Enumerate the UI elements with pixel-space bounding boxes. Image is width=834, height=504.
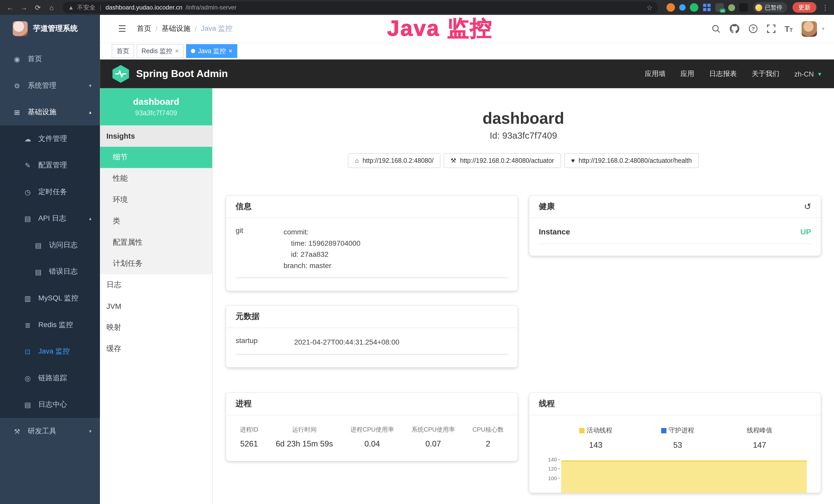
close-icon[interactable]: ×	[228, 48, 233, 54]
sidebar-item-redis-monitor[interactable]: ≣ Redis 监控	[0, 312, 100, 338]
address-bar[interactable]: ▲ 不安全 | dashboard.yudao.iocoder.cn /infr…	[63, 2, 658, 13]
grid-icon: ⊞	[13, 108, 21, 116]
sidebar-item-dev-tools[interactable]: ⚒ 研发工具 ▾	[0, 418, 100, 445]
close-icon[interactable]: ×	[175, 48, 179, 54]
service-url-link[interactable]: ⌂ http://192.168.0.2:48080/	[348, 153, 440, 168]
extension-icon[interactable]	[690, 3, 698, 12]
sba-nav-applications[interactable]: 应用	[680, 69, 694, 78]
git-commit-id: id: 27aa832	[284, 249, 508, 260]
extension-icon[interactable]	[728, 4, 735, 11]
sba-sidebar: dashboard 93a3fc7f7409 Insights 细节 性能 环境…	[100, 88, 213, 504]
search-icon[interactable]	[712, 24, 721, 33]
metric-label: CPU核心数	[473, 426, 504, 434]
legend-live-threads: 活动线程 143	[555, 426, 637, 449]
sidebar-item-scheduled-tasks[interactable]: ◷ 定时任务	[0, 179, 100, 205]
font-size-icon[interactable]: TT	[785, 25, 793, 32]
github-icon[interactable]	[730, 24, 740, 33]
extension-icon[interactable]	[666, 3, 675, 12]
sidebar-item-access-logs[interactable]: ▤ 访问日志	[0, 232, 100, 258]
sidebar-item-file-management[interactable]: ☁ 文件管理	[0, 125, 100, 152]
forward-button[interactable]: →	[18, 2, 30, 13]
sba-item-mappings[interactable]: 映射	[100, 317, 212, 338]
actuator-url-link[interactable]: ⚒ http://192.168.0.2:48080/actuator	[444, 153, 561, 168]
breadcrumb-infrastructure[interactable]: 基础设施	[162, 24, 191, 33]
legend-daemon-threads: 守护进程 53	[637, 426, 719, 449]
hamburger-icon[interactable]: ☰	[118, 23, 126, 34]
extension-icon[interactable]	[739, 3, 748, 12]
app-logo[interactable]: 芋道管理系统	[0, 15, 100, 43]
wrench-icon: ⚒	[451, 157, 456, 164]
breadcrumb-home[interactable]: 首页	[137, 24, 151, 33]
threads-card: 线程 活动线程 143 守护进程	[529, 393, 821, 493]
clock-icon: ◷	[23, 188, 32, 196]
legend-swatch-yellow	[579, 428, 585, 433]
sidebar-item-mysql-monitor[interactable]: ▥ MySQL 监控	[0, 285, 100, 312]
sba-nav-journal[interactable]: 日志报表	[709, 69, 737, 78]
back-button[interactable]: ←	[4, 2, 16, 13]
home-button[interactable]: ⌂	[46, 2, 58, 13]
info-card: 信息 git commit: time: 1596289704000 id: 2	[226, 196, 518, 291]
history-icon[interactable]: ↺	[804, 202, 811, 211]
tab-label: Java 监控	[198, 46, 226, 55]
legend-value: 147	[719, 440, 800, 449]
sidebar-item-system-management[interactable]: ⚙ 系统管理 ▾	[0, 72, 100, 99]
sidebar-item-label: Java 监控	[38, 347, 70, 356]
extension-icon[interactable]	[679, 4, 685, 11]
sba-item-environment[interactable]: 环境	[100, 189, 212, 210]
process-metric-system-cpu: 系统CPU使用率 0.07	[412, 426, 455, 448]
avatar-caret-icon[interactable]: ▾	[822, 26, 824, 31]
sba-nav-wallboard[interactable]: 应用墙	[645, 69, 665, 78]
emoji-avatar-icon	[755, 4, 762, 11]
metric-label: 系统CPU使用率	[412, 426, 455, 434]
app-title: 芋道管理系统	[33, 24, 78, 33]
sba-nav-about[interactable]: 关于我们	[752, 69, 780, 78]
user-avatar[interactable]	[802, 21, 817, 37]
ytick-label: 120	[548, 466, 560, 472]
threads-body: 活动线程 143 守护进程 53 线程峰值	[529, 415, 821, 493]
health-url-link[interactable]: ♥ http://192.168.0.2:48080/actuator/heal…	[564, 153, 699, 168]
process-metric-cpus: CPU核心数 2	[473, 426, 504, 448]
chevron-down-icon: ▼	[817, 71, 822, 77]
info-value: commit: time: 1596289704000 id: 27aa832 …	[284, 226, 508, 271]
sba-item-configprops[interactable]: 配置属性	[100, 232, 212, 253]
extension-icon[interactable]	[703, 3, 711, 12]
security-label: 不安全	[77, 3, 95, 11]
fullscreen-icon[interactable]	[767, 24, 775, 33]
health-instance-row: Instance UP	[539, 228, 811, 244]
sidebar-item-log-center[interactable]: ▤ 日志中心	[0, 391, 100, 418]
sidebar-item-infrastructure[interactable]: ⊞ 基础设施 ▴	[0, 99, 100, 125]
extension-icon[interactable]: on	[715, 3, 724, 12]
threads-chart-yaxis: 140 120 100	[539, 456, 561, 493]
sba-item-jvm[interactable]: JVM	[100, 296, 212, 317]
metadata-value: 2021-04-27T00:44:31.254+08:00	[294, 337, 508, 348]
sidebar-item-api-logs[interactable]: ▤ API 日志 ▴	[0, 205, 100, 232]
browser-menu-kebab-icon[interactable]: ⋮	[822, 3, 829, 11]
warning-icon[interactable]: ▲	[68, 4, 74, 11]
sidebar-item-config-management[interactable]: ✎ 配置管理	[0, 152, 100, 179]
card-title: 元数据	[236, 312, 259, 321]
tab-java-monitor[interactable]: Java 监控 ×	[186, 44, 237, 58]
tab-redis-monitor[interactable]: Redis 监控 ×	[137, 44, 183, 58]
sidebar-item-tracing[interactable]: ◎ 链路追踪	[0, 365, 100, 392]
sba-brand-title[interactable]: Spring Boot Admin	[136, 68, 228, 80]
sba-item-logfile[interactable]: 日志	[100, 274, 212, 296]
chevron-down-icon: ▾	[89, 83, 91, 88]
legend-label: 活动线程	[587, 426, 612, 435]
card-title: 健康	[539, 202, 555, 211]
sba-item-scheduled-tasks[interactable]: 计划任务	[100, 253, 212, 274]
sidebar-item-error-logs[interactable]: ▤ 错误日志	[0, 258, 100, 285]
sba-item-details[interactable]: 细节	[100, 147, 212, 168]
cloud-icon: ☁	[23, 135, 32, 143]
profile-paused-badge[interactable]: 已暂停	[753, 2, 787, 13]
tab-home[interactable]: 首页	[112, 44, 134, 58]
help-icon[interactable]: ?	[748, 24, 758, 33]
refresh-button[interactable]: ⟳	[32, 2, 44, 13]
sidebar-item-home[interactable]: ◉ 首页	[0, 46, 100, 72]
sba-item-caches[interactable]: 缓存	[100, 338, 212, 360]
sba-item-classes[interactable]: 类	[100, 210, 212, 232]
bookmark-star-icon[interactable]: ☆	[646, 3, 653, 11]
sba-locale-select[interactable]: zh-CN ▼	[794, 70, 822, 78]
sba-item-performance[interactable]: 性能	[100, 168, 212, 189]
sidebar-item-java-monitor[interactable]: ⊡ Java 监控	[0, 338, 100, 365]
update-button[interactable]: 更新	[792, 2, 816, 13]
